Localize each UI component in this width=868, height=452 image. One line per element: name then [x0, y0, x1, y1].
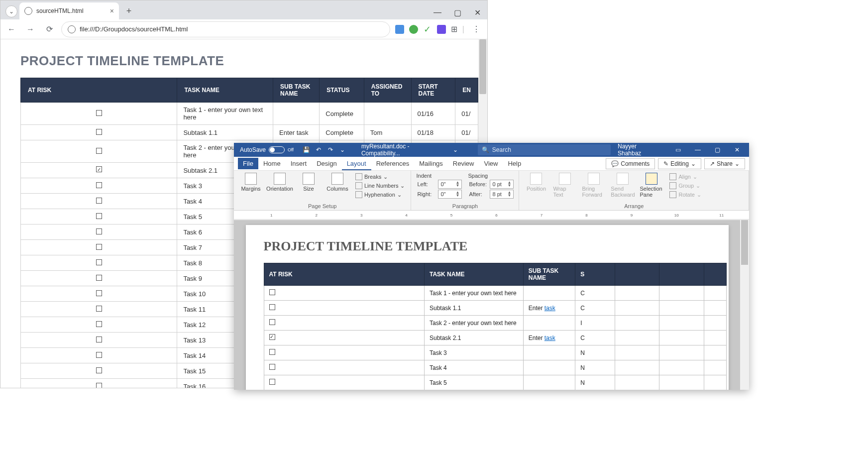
ribbon-tab-insert[interactable]: Insert: [286, 158, 312, 169]
undo-icon[interactable]: ↶: [315, 146, 323, 154]
checkbox[interactable]: [96, 110, 102, 116]
checkbox[interactable]: [96, 321, 102, 327]
new-tab-button[interactable]: +: [122, 4, 136, 18]
hyphenation-button[interactable]: Hyphenation⌄: [354, 191, 406, 199]
ribbon-tab-references[interactable]: References: [371, 158, 414, 169]
align-button[interactable]: Align⌄: [668, 173, 702, 181]
checkbox[interactable]: [96, 352, 102, 358]
ribbon-tab-layout[interactable]: Layout: [342, 158, 371, 170]
checkbox[interactable]: [96, 337, 102, 342]
comments-button[interactable]: 💬Comments: [606, 158, 655, 169]
ribbon-tab-review[interactable]: Review: [448, 158, 479, 169]
size-button[interactable]: Size: [297, 173, 321, 192]
ribbon-display-icon[interactable]: ▭: [668, 143, 688, 157]
checkbox[interactable]: [269, 364, 275, 370]
checkbox[interactable]: [269, 349, 275, 355]
reload-button[interactable]: ⟳: [42, 22, 56, 36]
ruler[interactable]: 1234567891011: [234, 211, 749, 220]
word-scrollbar[interactable]: [740, 220, 749, 390]
checkbox[interactable]: [96, 290, 102, 296]
checkbox[interactable]: [96, 148, 102, 154]
close-tab-icon[interactable]: ×: [110, 7, 114, 15]
group-button[interactable]: Group⌄: [668, 182, 702, 190]
qat-dropdown-icon[interactable]: ⌄: [338, 146, 346, 154]
ribbon-tab-file[interactable]: File: [238, 158, 258, 169]
column-header: S: [575, 263, 615, 286]
checkbox[interactable]: [269, 334, 275, 340]
wrap-icon: [559, 173, 571, 185]
extensions-icon[interactable]: ⊞: [451, 24, 457, 34]
editing-button[interactable]: ✎Editing⌄: [658, 158, 701, 169]
ribbon-tab-view[interactable]: View: [479, 158, 503, 169]
checkbox[interactable]: [96, 306, 102, 312]
breaks-button[interactable]: Breaks⌄: [354, 173, 406, 181]
redo-icon[interactable]: ↷: [326, 146, 334, 154]
word-maximize-button[interactable]: ▢: [708, 143, 728, 157]
word-minimize-button[interactable]: —: [688, 143, 708, 157]
checkbox[interactable]: [96, 228, 102, 234]
ribbon-tab-mailings[interactable]: Mailings: [414, 158, 448, 169]
position-button[interactable]: Position: [524, 173, 548, 192]
checkbox[interactable]: [96, 367, 102, 373]
checkbox[interactable]: [96, 244, 102, 250]
site-info-icon[interactable]: [68, 25, 76, 33]
checkbox[interactable]: [96, 198, 102, 204]
back-button[interactable]: ←: [4, 22, 18, 36]
paragraph-group: Indent Left:0"▲▼ Right:0"▲▼ Spacing Befo…: [411, 171, 519, 210]
table-row: Subtask 1.1Enter taskC: [264, 301, 726, 316]
selection-pane-button[interactable]: Selection Pane: [640, 173, 663, 198]
checkbox[interactable]: [269, 319, 275, 325]
spacing-before-input[interactable]: 0 pt▲▼: [490, 180, 514, 189]
search-box[interactable]: 🔍 Search: [478, 144, 611, 155]
word-close-button[interactable]: ✕: [727, 143, 747, 157]
share-button[interactable]: ↗Share⌄: [704, 158, 745, 169]
checkbox[interactable]: [269, 289, 275, 295]
ribbon-tab-home[interactable]: Home: [258, 158, 286, 169]
scroll-thumb[interactable]: [479, 39, 486, 94]
checkbox[interactable]: [96, 259, 102, 265]
ribbon-tab-help[interactable]: Help: [503, 158, 526, 169]
save-icon[interactable]: 💾: [303, 146, 311, 154]
ext-icon-4[interactable]: [437, 25, 446, 34]
ext-icon-2[interactable]: [409, 25, 418, 34]
indent-left-input[interactable]: 0"▲▼: [438, 180, 462, 189]
minimize-button[interactable]: —: [428, 5, 447, 19]
user-name[interactable]: Nayyer Shahbaz: [611, 143, 668, 157]
checkbox[interactable]: [96, 166, 102, 172]
indent-right-input[interactable]: 0"▲▼: [438, 190, 462, 199]
ribbon-tab-design[interactable]: Design: [312, 158, 341, 169]
column-header: EN: [455, 78, 478, 103]
spacing-after-input[interactable]: 8 pt▲▼: [490, 190, 514, 199]
checkbox[interactable]: [96, 383, 102, 388]
checkbox[interactable]: [96, 275, 102, 281]
checkbox[interactable]: [269, 304, 275, 310]
ext-icon-1[interactable]: [395, 25, 404, 34]
orientation-button[interactable]: Orientation: [268, 173, 292, 192]
word-scroll-thumb[interactable]: [741, 220, 748, 265]
autosave-toggle[interactable]: AutoSave Off: [236, 146, 298, 153]
tab-search-icon[interactable]: ⌄: [5, 5, 17, 17]
checkbox[interactable]: [96, 213, 102, 219]
chrome-menu-button[interactable]: ⋮: [469, 22, 483, 36]
address-bar[interactable]: file:///D:/Groupdocs/sourceHTML.html: [61, 21, 390, 37]
forward-button[interactable]: →: [23, 22, 37, 36]
margins-button[interactable]: Margins: [239, 173, 263, 192]
checkbox[interactable]: [96, 182, 102, 188]
title-dropdown-icon[interactable]: ⌄: [453, 146, 458, 153]
maximize-button[interactable]: ▢: [447, 5, 467, 19]
bring-forward-button[interactable]: Bring Forward: [582, 173, 606, 198]
checkbox[interactable]: [269, 379, 275, 385]
cell: Tom: [364, 125, 411, 140]
task-link[interactable]: task: [544, 305, 555, 312]
selection-pane-icon: [646, 173, 657, 185]
checkbox[interactable]: [96, 129, 102, 135]
columns-button[interactable]: Columns: [326, 173, 349, 192]
ext-icon-3[interactable]: ✓: [423, 25, 432, 34]
rotate-button[interactable]: Rotate⌄: [668, 191, 702, 199]
task-link[interactable]: task: [544, 335, 555, 341]
line-numbers-button[interactable]: Line Numbers⌄: [354, 182, 406, 190]
send-backward-button[interactable]: Send Backward: [611, 173, 635, 198]
browser-tab[interactable]: sourceHTML.html ×: [19, 2, 119, 19]
wrap-text-button[interactable]: Wrap Text: [553, 173, 577, 198]
close-window-button[interactable]: ✕: [467, 5, 487, 19]
